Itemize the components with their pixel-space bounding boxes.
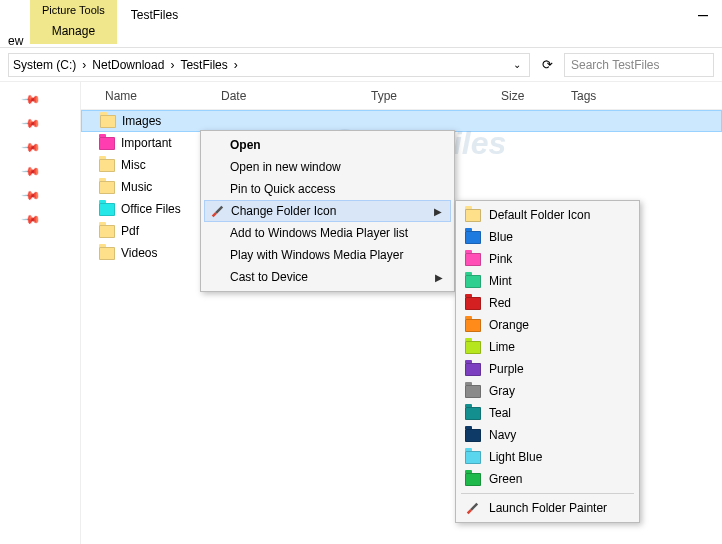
color-swatch-icon bbox=[465, 275, 481, 288]
pin-icon[interactable]: 📌 bbox=[21, 185, 41, 205]
menu-label: Cast to Device bbox=[230, 270, 308, 284]
paintbrush-icon bbox=[465, 501, 479, 515]
chevron-right-icon: › bbox=[232, 58, 240, 72]
color-label: Teal bbox=[489, 406, 511, 420]
menu-cast-to-device[interactable]: Cast to Device▶ bbox=[204, 266, 451, 288]
color-swatch-icon bbox=[465, 429, 481, 442]
chevron-right-icon: › bbox=[168, 58, 176, 72]
context-menu: Open Open in new window Pin to Quick acc… bbox=[200, 130, 455, 292]
pin-icon[interactable]: 📌 bbox=[21, 113, 41, 133]
column-size[interactable]: Size bbox=[501, 89, 571, 103]
folder-row[interactable]: Images bbox=[81, 110, 722, 132]
menu-label: Change Folder Icon bbox=[231, 204, 336, 218]
breadcrumb-item[interactable]: NetDownload bbox=[92, 58, 164, 72]
color-option[interactable]: Light Blue bbox=[459, 446, 636, 468]
folder-icon bbox=[99, 247, 115, 260]
manage-tab[interactable]: Manage bbox=[44, 20, 103, 42]
color-swatch-icon bbox=[465, 407, 481, 420]
color-label: Mint bbox=[489, 274, 512, 288]
color-option[interactable]: Blue bbox=[459, 226, 636, 248]
menu-label: Add to Windows Media Player list bbox=[230, 226, 408, 240]
color-option[interactable]: Teal bbox=[459, 402, 636, 424]
minimize-icon[interactable]: – bbox=[698, 4, 708, 25]
color-option[interactable]: Pink bbox=[459, 248, 636, 270]
picture-tools-tab[interactable]: Picture Tools Manage bbox=[30, 0, 117, 44]
color-label: Navy bbox=[489, 428, 516, 442]
menu-label: Open in new window bbox=[230, 160, 341, 174]
folder-label: Misc bbox=[121, 158, 146, 172]
color-swatch-icon bbox=[465, 473, 481, 486]
color-label: Purple bbox=[489, 362, 524, 376]
color-option[interactable]: Lime bbox=[459, 336, 636, 358]
view-tab-fragment[interactable]: ew bbox=[0, 30, 31, 52]
search-placeholder: Search TestFiles bbox=[571, 58, 659, 72]
address-bar-row: System (C:) › NetDownload › TestFiles › … bbox=[0, 48, 722, 82]
color-label: Light Blue bbox=[489, 450, 542, 464]
color-label: Green bbox=[489, 472, 522, 486]
color-option[interactable]: Red bbox=[459, 292, 636, 314]
color-option[interactable]: Default Folder Icon bbox=[459, 204, 636, 226]
pin-icon[interactable]: 📌 bbox=[21, 161, 41, 181]
folder-label: Images bbox=[122, 114, 161, 128]
pin-icon[interactable]: 📌 bbox=[21, 137, 41, 157]
column-tags[interactable]: Tags bbox=[571, 89, 722, 103]
ribbon: Picture Tools Manage TestFiles bbox=[0, 0, 722, 48]
menu-label: Launch Folder Painter bbox=[489, 501, 607, 515]
color-label: Red bbox=[489, 296, 511, 310]
color-option[interactable]: Orange bbox=[459, 314, 636, 336]
menu-add-wmp-list[interactable]: Add to Windows Media Player list bbox=[204, 222, 451, 244]
color-option[interactable]: Purple bbox=[459, 358, 636, 380]
color-label: Gray bbox=[489, 384, 515, 398]
picture-tools-label: Picture Tools bbox=[42, 4, 105, 16]
menu-open-new-window[interactable]: Open in new window bbox=[204, 156, 451, 178]
menu-play-wmp[interactable]: Play with Windows Media Player bbox=[204, 244, 451, 266]
color-option[interactable]: Green bbox=[459, 468, 636, 490]
paintbrush-icon bbox=[210, 204, 224, 218]
chevron-down-icon[interactable]: ⌄ bbox=[513, 59, 525, 70]
color-swatch-icon bbox=[465, 231, 481, 244]
chevron-right-icon: › bbox=[80, 58, 88, 72]
menu-pin-quick-access[interactable]: Pin to Quick access bbox=[204, 178, 451, 200]
color-option[interactable]: Navy bbox=[459, 424, 636, 446]
chevron-right-icon: ▶ bbox=[434, 206, 442, 217]
color-swatch-icon bbox=[465, 385, 481, 398]
folder-icon bbox=[99, 159, 115, 172]
pin-icon[interactable]: 📌 bbox=[21, 209, 41, 229]
menu-launch-folder-painter[interactable]: Launch Folder Painter bbox=[459, 497, 636, 519]
breadcrumb-item[interactable]: TestFiles bbox=[180, 58, 227, 72]
folder-label: Important bbox=[121, 136, 172, 150]
column-headers: Name Date Type Size Tags bbox=[81, 82, 722, 110]
color-option[interactable]: Gray bbox=[459, 380, 636, 402]
column-type[interactable]: Type bbox=[371, 89, 501, 103]
menu-change-folder-icon[interactable]: Change Folder Icon ▶ bbox=[204, 200, 451, 222]
color-label: Lime bbox=[489, 340, 515, 354]
chevron-right-icon: ▶ bbox=[435, 272, 443, 283]
window-title: TestFiles bbox=[117, 0, 178, 22]
breadcrumb-item[interactable]: System (C:) bbox=[13, 58, 76, 72]
folder-label: Pdf bbox=[121, 224, 139, 238]
color-label: Blue bbox=[489, 230, 513, 244]
refresh-icon: ⟳ bbox=[542, 57, 553, 72]
color-swatch-icon bbox=[465, 363, 481, 376]
color-submenu: Default Folder IconBluePinkMintRedOrange… bbox=[455, 200, 640, 523]
menu-label: Pin to Quick access bbox=[230, 182, 335, 196]
folder-icon bbox=[99, 181, 115, 194]
folder-label: Office Files bbox=[121, 202, 181, 216]
search-input[interactable]: Search TestFiles bbox=[564, 53, 714, 77]
color-swatch-icon bbox=[465, 209, 481, 222]
column-date[interactable]: Date bbox=[221, 89, 371, 103]
color-option[interactable]: Mint bbox=[459, 270, 636, 292]
menu-open[interactable]: Open bbox=[204, 134, 451, 156]
color-swatch-icon bbox=[465, 451, 481, 464]
pin-icon[interactable]: 📌 bbox=[21, 89, 41, 109]
menu-label: Open bbox=[230, 138, 261, 152]
column-name[interactable]: Name bbox=[81, 89, 221, 103]
color-swatch-icon bbox=[465, 341, 481, 354]
color-swatch-icon bbox=[465, 297, 481, 310]
refresh-button[interactable]: ⟳ bbox=[536, 54, 558, 76]
color-swatch-icon bbox=[465, 253, 481, 266]
folder-icon bbox=[99, 225, 115, 238]
menu-label: Play with Windows Media Player bbox=[230, 248, 403, 262]
breadcrumb[interactable]: System (C:) › NetDownload › TestFiles › … bbox=[8, 53, 530, 77]
quick-access-panel: 📌 📌 📌 📌 📌 📌 bbox=[0, 82, 80, 544]
